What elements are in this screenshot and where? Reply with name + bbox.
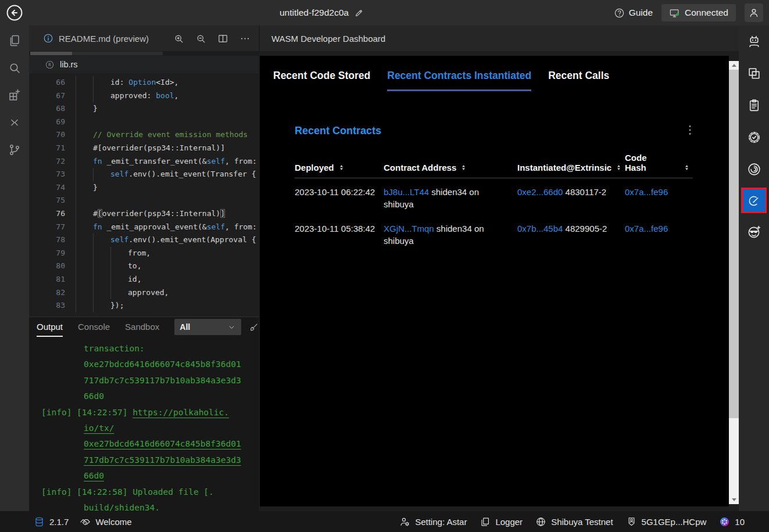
zoom-in-button[interactable] bbox=[173, 33, 184, 44]
table-cell: 2023-10-11 06:22:42 bbox=[295, 178, 384, 215]
scrollbar-thumb[interactable] bbox=[729, 70, 739, 418]
column-header[interactable]: Instantiated@Extrinsic bbox=[517, 153, 625, 178]
status-account[interactable]: 5G1GEp...HCpw bbox=[626, 516, 707, 527]
panel-tab-console[interactable]: Console bbox=[78, 317, 110, 337]
status-balance[interactable]: 10 bbox=[719, 516, 745, 527]
sidebar-item-collapse[interactable] bbox=[5, 113, 24, 132]
code-text: #[overrider(psp34::Internal)] bbox=[65, 142, 225, 155]
dash-tab[interactable]: Recent Calls bbox=[548, 70, 609, 91]
sort-icon[interactable] bbox=[615, 164, 623, 171]
log-link[interactable]: 717db7c7c539117b7b10ab384a3e3d3 bbox=[84, 455, 241, 465]
indent-guide bbox=[76, 260, 93, 273]
zoom-out-button[interactable] bbox=[195, 33, 206, 44]
dash-tab[interactable]: Recent Code Stored bbox=[273, 70, 370, 91]
tab-librs[interactable]: lib.rs bbox=[60, 60, 78, 69]
column-header[interactable]: Code Hash bbox=[625, 153, 693, 178]
line-number: 72 bbox=[29, 155, 65, 168]
indent-guide bbox=[76, 286, 93, 300]
status-network[interactable]: Shibuya Testnet bbox=[535, 516, 613, 527]
person-icon bbox=[748, 7, 760, 19]
table-cell: 0x7b...45b4 4829905-2 bbox=[517, 215, 625, 251]
sidebar-item-dashboard[interactable] bbox=[741, 188, 767, 213]
code-line: 67approved: bool, bbox=[29, 89, 259, 103]
cell-link[interactable]: 0xe2...66d0 bbox=[517, 187, 563, 197]
scroll-up-button[interactable] bbox=[729, 61, 739, 70]
cell-link[interactable]: 0x7b...45b4 bbox=[517, 224, 563, 233]
cell-link[interactable]: XGjN...Tmqn bbox=[384, 224, 434, 233]
guide-button[interactable]: Guide bbox=[614, 8, 653, 19]
code-text: self.env().emit_event(Approval { bbox=[65, 233, 256, 247]
clear-output-button[interactable] bbox=[249, 322, 259, 333]
sidebar-item-explorer[interactable] bbox=[5, 31, 24, 51]
code-token: .env().emit_event(Approval { bbox=[128, 235, 256, 244]
line-number: 68 bbox=[29, 102, 65, 116]
cell-link[interactable]: 0x7a...fe96 bbox=[625, 224, 668, 233]
sort-icon[interactable] bbox=[460, 164, 467, 171]
more-actions-button[interactable] bbox=[239, 33, 251, 44]
code-token: .env().emit_event(Transfer { f bbox=[128, 170, 259, 178]
code-editor[interactable]: 66id: Option<Id>,67approved: bool,68}697… bbox=[29, 73, 259, 317]
sidebar-item-search[interactable] bbox=[5, 58, 24, 78]
sidebar-item-assistant[interactable] bbox=[744, 31, 764, 51]
status-version[interactable]: 2.1.7 bbox=[34, 516, 69, 527]
help-icon bbox=[614, 8, 625, 19]
log-link[interactable]: io/tx/ bbox=[84, 423, 114, 433]
log-filter-select[interactable]: All bbox=[174, 319, 241, 335]
log-link[interactable]: https://polkaholic. bbox=[133, 408, 229, 417]
split-editor-button[interactable] bbox=[217, 33, 228, 44]
column-header[interactable]: Deployed bbox=[295, 153, 384, 178]
sidebar-item-fun[interactable] bbox=[744, 222, 764, 242]
panel-tab-output[interactable]: Output bbox=[37, 317, 63, 337]
panel-tab-sandbox[interactable]: Sandbox bbox=[125, 317, 159, 337]
indent-guide bbox=[93, 76, 110, 89]
search-icon bbox=[8, 61, 22, 75]
log-text: [info] [14:22:58] Uploaded file [. bbox=[41, 487, 214, 497]
sidebar-item-openai[interactable] bbox=[744, 159, 764, 179]
edit-title-icon[interactable] bbox=[354, 8, 364, 18]
sort-icon[interactable] bbox=[338, 164, 345, 171]
rust-file-icon: R bbox=[45, 60, 55, 70]
column-header[interactable]: Contract Address bbox=[384, 153, 517, 178]
log-link[interactable]: 0xe27bdcd6416d66074c845b8f36d01 bbox=[84, 439, 241, 448]
profile-button[interactable] bbox=[745, 3, 763, 22]
sidebar-item-tasks[interactable] bbox=[744, 95, 764, 115]
code-text: id: Option<Id>, bbox=[65, 76, 178, 89]
scroll-down-button[interactable] bbox=[729, 495, 739, 504]
sidebar-item-verified[interactable] bbox=[744, 127, 764, 147]
cell-link[interactable]: 0x7a...fe96 bbox=[625, 187, 668, 197]
sidebar-item-compile[interactable] bbox=[744, 63, 764, 83]
editor-scroll-strip[interactable] bbox=[29, 51, 259, 56]
back-button[interactable] bbox=[5, 3, 24, 22]
code-line: 69 bbox=[29, 116, 259, 129]
polkadot-icon bbox=[719, 516, 730, 527]
dash-tab[interactable]: Recent Contracts Instantiated bbox=[387, 70, 531, 91]
code-token: # bbox=[93, 209, 98, 218]
dashboard-panel: WASM Developer Dashboard Recent Code Sto… bbox=[259, 26, 739, 511]
connected-button[interactable]: Connected bbox=[661, 4, 736, 21]
indent-guide bbox=[93, 89, 110, 103]
card-menu-button[interactable] bbox=[684, 124, 696, 136]
indent-guide bbox=[76, 116, 93, 129]
account-pin-icon bbox=[626, 516, 637, 527]
code-line: 79from, bbox=[29, 247, 259, 260]
cell-link[interactable]: bJ8u...LT44 bbox=[384, 187, 429, 197]
right-activity-bar bbox=[739, 26, 769, 511]
editor-tab-title[interactable]: README.md (preview) bbox=[59, 34, 168, 44]
sidebar-item-source-control[interactable] bbox=[5, 140, 24, 160]
table-cell: bJ8u...LT44 shiden34 onshibuya bbox=[384, 178, 517, 215]
status-setting[interactable]: Setting: Astar bbox=[399, 516, 467, 527]
status-welcome[interactable]: Welcome bbox=[80, 516, 131, 527]
files-icon bbox=[8, 34, 22, 48]
sort-icon[interactable] bbox=[683, 164, 691, 171]
log-link[interactable]: 66d0 bbox=[84, 471, 104, 480]
sidebar-item-extensions[interactable] bbox=[5, 85, 24, 105]
status-logger[interactable]: Logger bbox=[480, 516, 523, 527]
output-panel: OutputConsoleSandbox All transaction:0xe… bbox=[29, 317, 259, 511]
editor-tabbar: R lib.rs bbox=[29, 56, 259, 73]
log-text: 0xe27bdcd6416d66074c845b8f36d01 bbox=[84, 360, 241, 369]
code-token: self bbox=[110, 235, 128, 244]
topbar: untitled-f29d2c0a Guide Connected bbox=[0, 0, 769, 26]
log-text: 66d0 bbox=[84, 391, 104, 401]
dashboard-scrollbar[interactable] bbox=[729, 61, 739, 504]
recent-contracts-card: Recent Contracts DeployedContract Addres… bbox=[295, 125, 693, 251]
